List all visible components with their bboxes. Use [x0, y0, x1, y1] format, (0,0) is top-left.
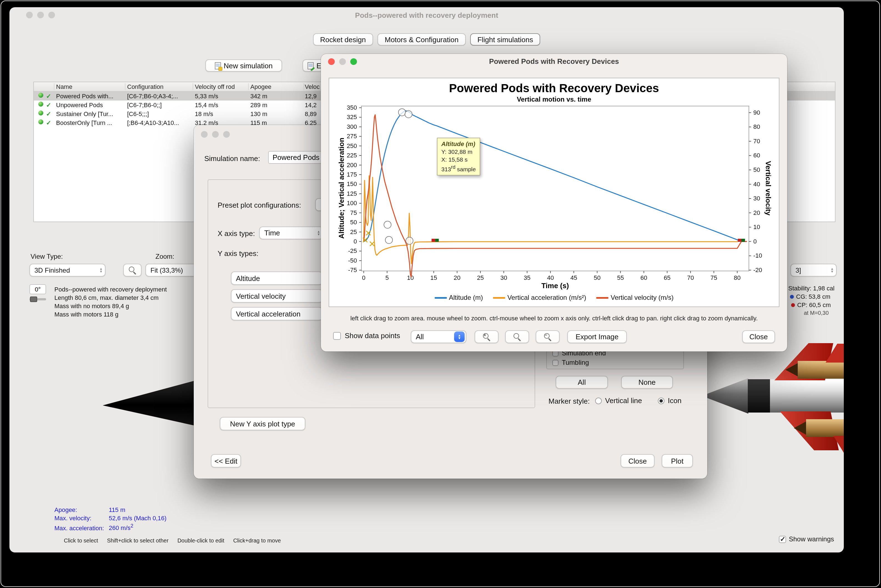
svg-text:60: 60 [753, 152, 760, 159]
svg-text:100: 100 [347, 200, 357, 207]
svg-text:325: 325 [347, 114, 357, 120]
view-type-select[interactable]: 3D Finished ▲▼ [29, 264, 105, 276]
svg-text:30: 30 [753, 195, 760, 202]
event-checkbox[interactable] [552, 360, 559, 366]
zoom-label: Zoom: [156, 253, 174, 260]
legend-label: Vertical acceleration (m/s²) [507, 294, 586, 302]
col-configuration[interactable]: Configuration [127, 83, 163, 90]
show-warnings-control[interactable]: Show warnings [779, 535, 834, 543]
zoom-out-button[interactable]: − [536, 330, 560, 343]
svg-text:80: 80 [734, 274, 740, 281]
cg-dot-icon [790, 295, 794, 299]
uptodate-check-icon: ✓ [46, 119, 51, 127]
y-axis-right-label: Vertical velocity [764, 161, 773, 216]
svg-text:-20: -20 [753, 267, 762, 273]
svg-text:0: 0 [354, 238, 357, 245]
hint: Shift+click to select other [107, 537, 168, 544]
x-axis-label: Time (s) [361, 282, 749, 290]
stat-max-acceleration: Max. acceleration:260 m/s2 [54, 523, 133, 531]
tooltip-y: Y: 302,88 m [441, 148, 476, 156]
rocket-info: Pods--powered with recovery deployment L… [54, 285, 167, 319]
zoom-in-icon: + [483, 333, 490, 340]
col-apogee[interactable]: Apogee [250, 83, 271, 90]
new-y-axis-plot-type-button[interactable]: New Y axis plot type [220, 417, 305, 430]
series-select[interactable]: All ▲▼ [411, 330, 466, 343]
hint: Click to select [64, 537, 98, 544]
radio-icon[interactable] [595, 397, 602, 404]
rotation-slider-thumb[interactable] [30, 297, 37, 302]
flight-config-select[interactable]: 3] ▲▼ [791, 264, 837, 276]
marker-vertical-line-option[interactable]: Vertical line [595, 396, 642, 405]
svg-text:65: 65 [664, 274, 670, 281]
svg-text:350: 350 [347, 104, 357, 111]
y-axis-left-label: Altitude; Vertical acceleration [337, 138, 346, 239]
tooltip-x: X: 15,58 s [441, 156, 476, 163]
marker-icon-option[interactable]: Icon [658, 396, 682, 405]
uptodate-check-icon: ✓ [46, 93, 51, 100]
zoom-window-icon[interactable] [223, 131, 230, 138]
flight-plot[interactable]: 05101520253035404550556065707580-75-50-2… [329, 78, 780, 308]
legend-label: Vertical velocity (m/s) [611, 294, 674, 302]
chevron-updown-icon: ▲▼ [830, 268, 834, 273]
marker-style-label: Marker style: [548, 397, 590, 405]
close-button[interactable]: Close [621, 454, 655, 468]
pod-bottom-tube [806, 419, 844, 437]
zoom-reset-icon [513, 333, 521, 340]
plot-button[interactable]: Plot [662, 454, 693, 468]
col-name[interactable]: Name [56, 83, 72, 90]
events-all-button[interactable]: All [556, 376, 608, 388]
radio-selected-icon[interactable] [658, 397, 664, 404]
y-axis-type-select[interactable]: Altitude [231, 272, 322, 285]
rocket-nose-render[interactable] [103, 380, 196, 426]
minimize-window-icon[interactable] [212, 131, 219, 138]
edit-back-button[interactable]: << Edit [211, 454, 241, 468]
event-item[interactable]: Tumbling [552, 358, 589, 366]
svg-text:70: 70 [753, 138, 760, 145]
svg-text:25: 25 [477, 274, 484, 281]
svg-text:50: 50 [350, 219, 357, 226]
zoom-fit-button[interactable] [123, 264, 142, 276]
rocket-info-line: Mass with motors 118 g [54, 310, 167, 319]
svg-text:25: 25 [350, 228, 357, 236]
svg-text:50: 50 [594, 274, 600, 281]
close-window-icon[interactable] [201, 131, 208, 138]
close-plot-button[interactable]: Close [742, 330, 775, 343]
col-velocity-off-rod[interactable]: Velocity off rod [195, 83, 235, 90]
tab-motors-configuration[interactable]: Motors & Configuration [378, 33, 466, 45]
chevron-updown-icon: ▲▼ [317, 230, 320, 236]
chevron-updown-icon: ▲▼ [99, 268, 103, 273]
y-axis-type-select[interactable]: Vertical acceleration [231, 307, 322, 320]
new-simulation-button[interactable]: New simulation [205, 59, 282, 72]
stability-value: Stability: 1,98 cal [788, 285, 835, 291]
rotation-slider[interactable] [29, 298, 46, 300]
legend-swatch [596, 297, 608, 298]
rocket-body-cone [702, 378, 748, 414]
titlebar[interactable]: Pods--powered with recovery deployment [9, 7, 844, 23]
show-warnings-label: Show warnings [789, 535, 834, 543]
svg-text:10: 10 [753, 224, 760, 230]
svg-text:250: 250 [347, 142, 357, 149]
show-data-points-control[interactable]: Show data points [333, 332, 400, 340]
screen: Pods--powered with recovery deployment R… [0, 0, 881, 588]
svg-text:40: 40 [753, 181, 760, 188]
col-velocity-deployment[interactable]: Veloc [305, 83, 320, 90]
svg-text:90: 90 [753, 109, 760, 116]
y-axis-type-select[interactable]: Vertical velocity [231, 289, 322, 303]
rocket-3d-view[interactable] [692, 335, 844, 457]
tab-rocket-design[interactable]: Rocket design [313, 33, 373, 45]
svg-text:-75: -75 [348, 267, 357, 273]
zoom-reset-button[interactable] [505, 330, 529, 343]
view-type-label: View Type: [30, 253, 63, 260]
events-none-button[interactable]: None [621, 376, 673, 388]
tab-flight-simulations[interactable]: Flight simulations [470, 33, 541, 45]
legend-item: Vertical velocity (m/s) [596, 294, 674, 302]
show-warnings-checkbox[interactable] [779, 536, 786, 543]
svg-text:175: 175 [347, 171, 357, 178]
cp-dot-icon [791, 303, 795, 307]
svg-text:55: 55 [617, 274, 624, 281]
export-image-button[interactable]: Export Image [567, 330, 627, 343]
zoom-in-button[interactable]: + [475, 330, 499, 343]
svg-text:40: 40 [547, 274, 554, 281]
x-axis-type-select[interactable]: Time ▲▼ [259, 226, 323, 239]
show-data-points-checkbox[interactable] [333, 332, 341, 339]
